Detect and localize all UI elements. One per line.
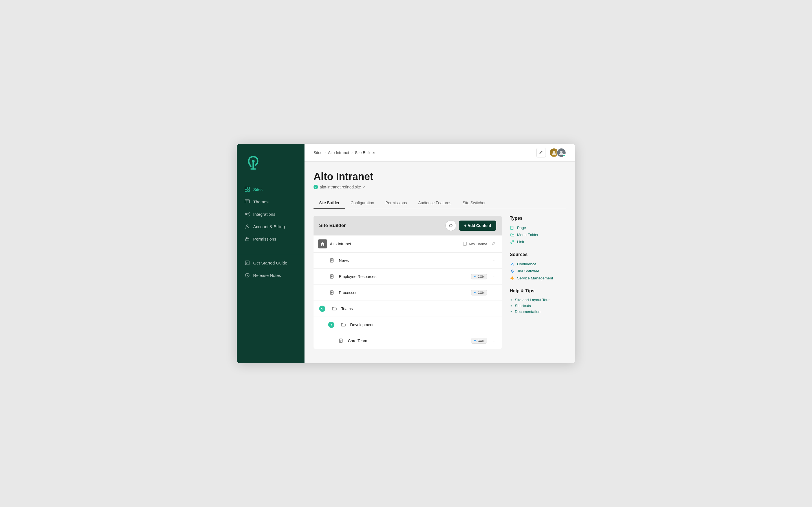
topbar: Sites › Alto Intranet › Site Builder bbox=[305, 144, 575, 162]
tab-site-builder[interactable]: Site Builder bbox=[313, 197, 345, 209]
sidebar-item-release-notes[interactable]: Release Notes bbox=[237, 269, 305, 281]
svg-point-24 bbox=[449, 225, 450, 226]
breadcrumb-sep-2: › bbox=[352, 151, 353, 155]
tab-configuration[interactable]: Configuration bbox=[345, 197, 380, 209]
page-icon-core-team bbox=[337, 337, 345, 345]
svg-point-25 bbox=[451, 224, 451, 225]
tab-audience-features[interactable]: Audience Features bbox=[412, 197, 457, 209]
development-item-name: Development bbox=[350, 323, 487, 327]
type-link-label: Link bbox=[517, 240, 524, 244]
development-collapse-btn[interactable] bbox=[328, 322, 335, 328]
sidebar-item-sites[interactable]: Sites bbox=[237, 183, 305, 195]
type-page[interactable]: Page bbox=[510, 224, 566, 231]
sidebar-item-label-sites: Sites bbox=[253, 187, 262, 192]
builder-panel: Site Builder + bbox=[313, 216, 502, 349]
get-started-icon bbox=[245, 260, 250, 265]
page-icon-processes bbox=[328, 289, 336, 297]
source-confluence[interactable]: Confluence bbox=[510, 261, 566, 268]
help-item-documentation[interactable]: Documentation bbox=[515, 309, 566, 315]
external-link-icon[interactable]: ↗ bbox=[363, 185, 365, 189]
account-billing-icon bbox=[245, 224, 250, 229]
employee-resources-menu-btn[interactable]: ··· bbox=[490, 273, 497, 280]
permissions-icon bbox=[245, 236, 250, 241]
svg-point-22 bbox=[560, 151, 562, 153]
themes-icon bbox=[245, 199, 250, 204]
app-window: Sites Themes bbox=[237, 144, 575, 363]
svg-point-8 bbox=[245, 214, 247, 215]
core-team-menu-btn[interactable]: ··· bbox=[490, 337, 497, 344]
nav-spacer bbox=[237, 245, 305, 252]
svg-point-21 bbox=[553, 151, 555, 153]
svg-point-0 bbox=[252, 160, 255, 163]
link-type-icon bbox=[510, 240, 515, 244]
right-panel: Types Page bbox=[510, 216, 566, 349]
builder-panel-title: Site Builder bbox=[319, 223, 346, 228]
employee-resources-badge: CON bbox=[471, 274, 487, 279]
sidebar-bottom: Get Started Guide Release Notes bbox=[237, 254, 305, 281]
sidebar-item-label-permissions: Permissions bbox=[253, 237, 276, 241]
help-item-shortcuts[interactable]: Shortcuts bbox=[515, 303, 566, 309]
home-icon bbox=[318, 239, 327, 248]
tree-container: Alto Intranet Alto Theme bbox=[313, 235, 502, 349]
builder-header: Site Builder + bbox=[313, 216, 502, 235]
svg-point-27 bbox=[451, 226, 451, 227]
svg-line-12 bbox=[247, 214, 248, 215]
tree-item-development: Development ··· bbox=[313, 317, 502, 333]
source-service-management-label: Service Management bbox=[517, 276, 553, 280]
news-menu-btn[interactable]: ··· bbox=[490, 257, 497, 264]
tab-site-switcher[interactable]: Site Switcher bbox=[457, 197, 492, 209]
tree-item-employee-resources: Employee Resources CON ··· bbox=[313, 269, 502, 285]
add-content-button[interactable]: + Add Content bbox=[459, 221, 496, 231]
confluence-badge-icon-2 bbox=[474, 291, 476, 294]
tree-item-processes: Processes CON ··· bbox=[313, 285, 502, 301]
breadcrumb-sites[interactable]: Sites bbox=[313, 151, 322, 155]
sites-icon bbox=[245, 187, 250, 192]
breadcrumb: Sites › Alto Intranet › Site Builder bbox=[313, 151, 375, 155]
source-jira[interactable]: Jira Software bbox=[510, 268, 566, 275]
teams-item-name: Teams bbox=[341, 306, 487, 311]
svg-rect-14 bbox=[246, 238, 249, 241]
sidebar-item-themes[interactable]: Themes bbox=[237, 195, 305, 208]
sidebar-item-label-release-notes: Release Notes bbox=[253, 273, 281, 278]
type-menu-folder[interactable]: Menu Folder bbox=[510, 231, 566, 238]
release-notes-icon bbox=[245, 273, 250, 278]
types-title: Types bbox=[510, 216, 566, 221]
sidebar-item-label-themes: Themes bbox=[253, 200, 268, 204]
svg-rect-5 bbox=[245, 200, 250, 203]
theme-name: Alto Theme bbox=[469, 242, 487, 246]
source-service-management[interactable]: Service Management bbox=[510, 275, 566, 282]
development-menu-btn[interactable]: ··· bbox=[490, 321, 497, 328]
processes-item-name: Processes bbox=[339, 290, 468, 295]
content-area: Site Builder + bbox=[313, 216, 566, 349]
confluence-badge-icon-3 bbox=[474, 339, 476, 342]
teams-collapse-btn[interactable] bbox=[319, 305, 325, 312]
teams-menu-btn[interactable]: ··· bbox=[490, 305, 497, 312]
tab-permissions[interactable]: Permissions bbox=[380, 197, 412, 209]
builder-header-actions: + Add Content bbox=[446, 220, 496, 231]
integrations-icon bbox=[245, 212, 250, 217]
help-title: Help & Tips bbox=[510, 288, 566, 293]
help-item-site-tour[interactable]: Site and Layout Tour bbox=[515, 297, 566, 303]
edit-button[interactable] bbox=[536, 148, 546, 158]
tree-item-news: News ··· bbox=[313, 252, 502, 269]
type-link[interactable]: Link bbox=[510, 238, 566, 245]
breadcrumb-alto-intranet[interactable]: Alto Intranet bbox=[328, 151, 349, 155]
sidebar-item-permissions[interactable]: Permissions bbox=[237, 233, 305, 245]
sidebar-item-integrations[interactable]: Integrations bbox=[237, 208, 305, 220]
online-indicator bbox=[563, 154, 566, 157]
jira-icon bbox=[510, 269, 515, 273]
type-page-label: Page bbox=[517, 226, 526, 230]
sidebar-item-get-started-guide[interactable]: Get Started Guide bbox=[237, 257, 305, 269]
core-team-badge: CON bbox=[471, 338, 487, 344]
page-icon-news bbox=[328, 257, 336, 265]
sidebar-nav: Sites Themes bbox=[237, 183, 305, 356]
svg-rect-3 bbox=[245, 189, 247, 191]
root-item-name: Alto Intranet bbox=[330, 242, 460, 246]
page-type-icon bbox=[510, 226, 515, 230]
breadcrumb-sep-1: › bbox=[324, 151, 326, 155]
sidebar-item-label-account-billing: Account & Billing bbox=[253, 224, 285, 229]
builder-settings-button[interactable] bbox=[446, 220, 456, 231]
root-edit-btn[interactable] bbox=[490, 240, 497, 247]
processes-menu-btn[interactable]: ··· bbox=[490, 289, 497, 296]
sidebar-item-account-billing[interactable]: Account & Billing bbox=[237, 220, 305, 233]
